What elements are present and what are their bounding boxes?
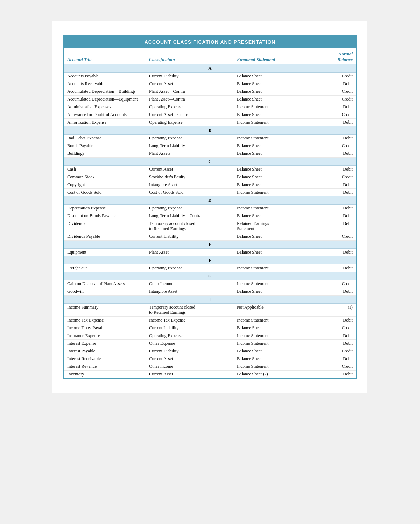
financial-statement-cell: Income Statement <box>233 332 315 340</box>
financial-statement-cell: Balance Sheet <box>233 347 315 355</box>
normal-balance-cell: Debit <box>315 264 356 272</box>
account-title-cell: Interest Receivable <box>64 355 146 363</box>
table-row: Interest ExpenseOther ExpenseIncome Stat… <box>64 340 356 347</box>
account-title-cell: Inventory <box>64 371 146 378</box>
account-title-cell: Depreciation Expense <box>64 205 146 212</box>
classification-cell: Plant Assets <box>146 150 233 158</box>
classification-cell: Long-Term Liability—Contra <box>146 212 233 220</box>
financial-statement-cell: Income Statement <box>233 189 315 196</box>
table-row: Income Tax ExpenseIncome Tax ExpenseInco… <box>64 317 356 324</box>
classification-cell: Current Asset—Contra <box>146 111 233 119</box>
table-row: Amortization ExpenseOperating ExpenseInc… <box>64 119 356 126</box>
financial-statement-cell: Income Statement <box>233 135 315 142</box>
table-row: Bonds PayableLong-Term LiabilityBalance … <box>64 142 356 150</box>
normal-balance-cell: Debit <box>315 189 356 196</box>
classification-cell: Operating Expense <box>146 119 233 126</box>
account-title-cell: Gain on Disposal of Plant Assets <box>64 280 146 288</box>
account-title-cell: Insurance Expense <box>64 332 146 340</box>
classification-cell: Plant Asset—Contra <box>146 88 233 96</box>
normal-balance-cell: Debit <box>315 317 356 324</box>
table-row: InventoryCurrent AssetBalance Sheet (2)D… <box>64 371 356 378</box>
classification-table: Account Title Classification Financial S… <box>64 48 356 378</box>
letter-row: D <box>64 196 356 205</box>
normal-balance-cell: Credit <box>315 173 356 181</box>
table-row: Interest ReceivableCurrent AssetBalance … <box>64 355 356 363</box>
financial-statement-cell: Balance Sheet <box>233 288 315 296</box>
table-row: Gain on Disposal of Plant AssetsOther In… <box>64 280 356 288</box>
normal-balance-cell: (1) <box>315 304 356 317</box>
normal-balance-cell: Credit <box>315 363 356 371</box>
classification-cell: Plant Asset—Contra <box>146 96 233 103</box>
account-title-cell: Dividends Payable <box>64 233 146 241</box>
financial-statement-cell: Balance Sheet <box>233 150 315 158</box>
account-title-cell: Interest Payable <box>64 347 146 355</box>
table-row: GoodwillIntangible AssetBalance SheetDeb… <box>64 288 356 296</box>
financial-statement-cell: Balance Sheet <box>233 355 315 363</box>
account-title-cell: Discount on Bonds Payable <box>64 212 146 220</box>
normal-balance-cell: Debit <box>315 371 356 378</box>
account-title-cell: Bad Debts Expense <box>64 135 146 142</box>
table-row: Income SummaryTemporary account closedto… <box>64 304 356 317</box>
account-title-cell: Accumulated Depreciation—Buildings <box>64 88 146 96</box>
financial-statement-cell: Balance Sheet <box>233 173 315 181</box>
financial-statement-cell: Balance Sheet <box>233 249 315 256</box>
account-title-cell: Dividends <box>64 220 146 233</box>
table-row: Allowance for Doubtful AccountsCurrent A… <box>64 111 356 119</box>
table-row: Bad Debts ExpenseOperating ExpenseIncome… <box>64 135 356 142</box>
table-row: Accumulated Depreciation—BuildingsPlant … <box>64 88 356 96</box>
page: ACCOUNT CLASSIFICATION AND PRESENTATION … <box>52 21 368 393</box>
table-row: Depreciation ExpenseOperating ExpenseInc… <box>64 205 356 212</box>
financial-statement-cell: Balance Sheet <box>233 111 315 119</box>
normal-balance-cell: Debit <box>315 103 356 111</box>
normal-balance-cell: Debit <box>315 150 356 158</box>
account-title-cell: Goodwill <box>64 288 146 296</box>
financial-statement-cell: Balance Sheet (2) <box>233 371 315 378</box>
table-row: CashCurrent AssetBalance SheetDebit <box>64 166 356 173</box>
account-title-cell: Accumulated Depreciation—Equipment <box>64 96 146 103</box>
classification-cell: Income Tax Expense <box>146 317 233 324</box>
normal-balance-cell: Debit <box>315 220 356 233</box>
classification-cell: Current Asset <box>146 80 233 88</box>
account-title-cell: Amortization Expense <box>64 119 146 126</box>
table-row: Accounts PayableCurrent LiabilityBalance… <box>64 73 356 80</box>
table-row: Common StockStockholder's EquityBalance … <box>64 173 356 181</box>
header-financial-statement: Financial Statement <box>233 48 315 64</box>
table-row: CopyrightIntangible AssetBalance SheetDe… <box>64 181 356 189</box>
normal-balance-cell: Credit <box>315 111 356 119</box>
financial-statement-cell: Balance Sheet <box>233 324 315 332</box>
account-title-cell: Cost of Goods Sold <box>64 189 146 196</box>
header-account-title: Account Title <box>64 48 146 64</box>
account-title-cell: Interest Revenue <box>64 363 146 371</box>
financial-statement-cell: Income Statement <box>233 280 315 288</box>
classification-cell: Other Expense <box>146 340 233 347</box>
financial-statement-cell: Balance Sheet <box>233 73 315 80</box>
account-title-cell: Copyright <box>64 181 146 189</box>
table-row: Insurance ExpenseOperating ExpenseIncome… <box>64 332 356 340</box>
normal-balance-cell: Debit <box>315 288 356 296</box>
account-title-cell: Income Summary <box>64 304 146 317</box>
classification-cell: Intangible Asset <box>146 288 233 296</box>
financial-statement-cell: Balance Sheet <box>233 96 315 103</box>
account-title-cell: Freight-out <box>64 264 146 272</box>
table-row: Cost of Goods SoldCost of Goods SoldInco… <box>64 189 356 196</box>
classification-cell: Other Income <box>146 280 233 288</box>
classification-cell: Operating Expense <box>146 103 233 111</box>
account-title-cell: Administrative Expenses <box>64 103 146 111</box>
table-row: Accumulated Depreciation—EquipmentPlant … <box>64 96 356 103</box>
classification-cell: Cost of Goods Sold <box>146 189 233 196</box>
normal-balance-cell: Debit <box>315 80 356 88</box>
classification-cell: Temporary account closedto Retained Earn… <box>146 304 233 317</box>
normal-balance-cell: Credit <box>315 324 356 332</box>
normal-balance-cell: Debit <box>315 181 356 189</box>
financial-statement-cell: Income Statement <box>233 119 315 126</box>
classification-cell: Operating Expense <box>146 264 233 272</box>
normal-balance-cell: Credit <box>315 88 356 96</box>
financial-statement-cell: Balance Sheet <box>233 166 315 173</box>
financial-statement-cell: Retained EarningsStatement <box>233 220 315 233</box>
classification-cell: Current Liability <box>146 233 233 241</box>
letter-row: B <box>64 126 356 135</box>
financial-statement-cell: Income Statement <box>233 340 315 347</box>
table-body: AAccounts PayableCurrent LiabilityBalanc… <box>64 64 356 378</box>
normal-balance-cell: Debit <box>315 135 356 142</box>
table-title: ACCOUNT CLASSIFICATION AND PRESENTATION <box>64 36 356 48</box>
